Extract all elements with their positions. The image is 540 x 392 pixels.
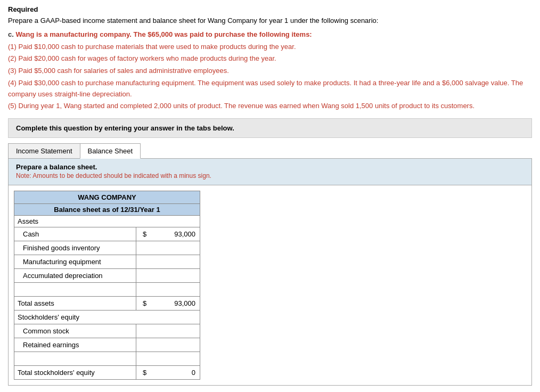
scenario-item-4: (4) Paid $30,000 cash to purchase manufa… — [8, 78, 532, 100]
finished-goods-dollar — [136, 241, 148, 255]
total-equity-label: Total stockholders' equity — [14, 366, 136, 380]
total-assets-label: Total assets — [14, 297, 136, 311]
empty-row-1 — [14, 283, 200, 297]
cash-row: Cash $ 93,000 — [14, 227, 200, 241]
total-equity-dollar: $ — [136, 366, 148, 380]
bs-subtitle: Balance sheet as of 12/31/Year 1 — [14, 204, 200, 216]
total-assets-row: Total assets $ 93,000 — [14, 297, 200, 311]
equity-header-row: Stockholders' equity — [14, 311, 200, 324]
empty-dollar-1 — [136, 283, 148, 297]
prepare-label: Prepare a balance sheet. — [16, 163, 524, 171]
scenario-item-3: (3) Paid $5,000 cash for salaries of sal… — [8, 66, 532, 77]
empty-equity-input[interactable] — [151, 355, 195, 363]
finished-goods-input[interactable] — [151, 244, 195, 252]
cash-label: Cash — [14, 227, 136, 241]
common-stock-row: Common stock — [14, 324, 200, 338]
mfg-equipment-dollar — [136, 255, 148, 269]
scenario-item-5: (5) During year 1, Wang started and comp… — [8, 101, 532, 112]
accum-dep-row: Accumulated depreciation — [14, 269, 200, 283]
empty-equity-amount[interactable] — [148, 352, 200, 366]
note-text: Note: Amounts to be deducted should be i… — [16, 172, 524, 179]
scenario-section: c. Wang is a manufacturing company. The … — [8, 30, 532, 112]
finished-goods-label: Finished goods inventory — [14, 241, 136, 255]
tab-content: Prepare a balance sheet. Note: Amounts t… — [8, 158, 532, 386]
retained-earnings-amount[interactable] — [148, 338, 200, 352]
empty-input-1[interactable] — [151, 285, 195, 293]
tab-income-statement[interactable]: Income Statement — [8, 143, 80, 159]
accum-dep-label: Accumulated depreciation — [14, 269, 136, 283]
scenario-list: (1) Paid $10,000 cash to purchase materi… — [8, 42, 532, 112]
tab-header: Prepare a balance sheet. Note: Amounts t… — [9, 159, 531, 185]
tab-balance-sheet[interactable]: Balance Sheet — [80, 143, 141, 159]
cash-dollar: $ — [136, 227, 148, 241]
total-assets-amount: 93,000 — [148, 297, 200, 311]
accum-dep-input[interactable] — [151, 272, 195, 280]
scenario-label: c. Wang is a manufacturing company. The … — [8, 30, 532, 38]
finished-goods-amount[interactable] — [148, 241, 200, 255]
mfg-equipment-label: Manufacturing equipment — [14, 255, 136, 269]
tabs-container: Income Statement Balance Sheet — [8, 143, 532, 159]
empty-equity-row — [14, 352, 200, 366]
balance-sheet-table: WANG COMPANY Balance sheet as of 12/31/Y… — [14, 191, 200, 380]
total-assets-dollar: $ — [136, 297, 148, 311]
accum-dep-amount[interactable] — [148, 269, 200, 283]
empty-equity-label — [14, 352, 136, 366]
scenario-text: Wang is a manufacturing company. The $65… — [15, 30, 312, 38]
mfg-equipment-amount[interactable] — [148, 255, 200, 269]
empty-amount-1[interactable] — [148, 283, 200, 297]
common-stock-amount[interactable] — [148, 324, 200, 338]
common-stock-dollar — [136, 324, 148, 338]
mfg-equipment-row: Manufacturing equipment — [14, 255, 200, 269]
scenario-item-2: (2) Paid $20,000 cash for wages of facto… — [8, 53, 532, 64]
total-equity-row: Total stockholders' equity $ 0 — [14, 366, 200, 380]
retained-earnings-input[interactable] — [151, 341, 195, 349]
required-section: Required Prepare a GAAP-based income sta… — [8, 5, 532, 26]
assets-header-row: Assets — [14, 216, 200, 227]
retained-earnings-label: Retained earnings — [14, 338, 136, 352]
common-stock-input[interactable] — [151, 327, 195, 335]
company-name: WANG COMPANY — [14, 191, 200, 204]
equity-header: Stockholders' equity — [14, 311, 200, 324]
empty-label-1 — [14, 283, 136, 297]
balance-sheet-wrapper: WANG COMPANY Balance sheet as of 12/31/Y… — [9, 185, 200, 385]
total-equity-amount: 0 — [148, 366, 200, 380]
cash-amount: 93,000 — [148, 227, 200, 241]
assets-header: Assets — [14, 216, 200, 227]
accum-dep-dollar — [136, 269, 148, 283]
finished-goods-row: Finished goods inventory — [14, 241, 200, 255]
retained-earnings-row: Retained earnings — [14, 338, 200, 352]
common-stock-label: Common stock — [14, 324, 136, 338]
company-name-row: WANG COMPANY — [14, 191, 200, 204]
retained-earnings-dollar — [136, 338, 148, 352]
empty-equity-dollar — [136, 352, 148, 366]
intro-text: Prepare a GAAP-based income statement an… — [8, 15, 532, 26]
scenario-item-1: (1) Paid $10,000 cash to purchase materi… — [8, 42, 532, 53]
subtitle-row: Balance sheet as of 12/31/Year 1 — [14, 204, 200, 216]
instruction-box: Complete this question by entering your … — [8, 118, 532, 138]
required-title: Required — [8, 5, 532, 13]
mfg-equipment-input[interactable] — [151, 258, 195, 266]
